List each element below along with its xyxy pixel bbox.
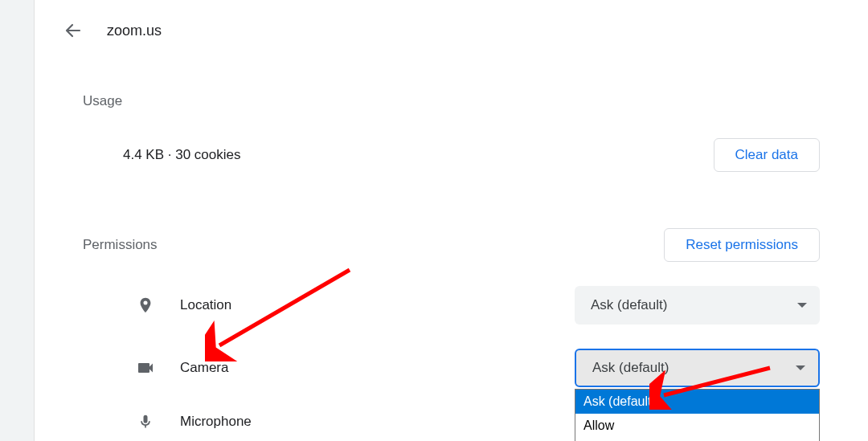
chevron-down-icon: [796, 365, 805, 370]
permission-row-location: Location Ask (default): [83, 286, 820, 325]
site-hostname: zoom.us: [107, 22, 162, 39]
page-gutter: [0, 0, 34, 441]
site-settings-panel: zoom.us Usage 4.4 KB · 30 cookies Clear …: [34, 0, 868, 441]
permission-name: Location: [180, 297, 231, 313]
camera-icon: [135, 357, 156, 378]
permission-select-location[interactable]: Ask (default): [575, 286, 820, 325]
clear-data-button[interactable]: Clear data: [714, 138, 820, 172]
chevron-down-icon: [797, 303, 807, 308]
permission-select-camera[interactable]: Ask (default): [575, 349, 820, 387]
back-button[interactable]: [59, 16, 88, 45]
dropdown-option-ask[interactable]: Ask (default): [575, 390, 819, 414]
permission-row-camera: Camera Ask (default) Ask (default) Allow…: [83, 349, 820, 387]
permissions-section-label: Permissions: [83, 237, 158, 253]
permission-name: Camera: [180, 360, 228, 376]
microphone-icon: [135, 411, 156, 432]
select-value: Ask (default): [591, 297, 667, 313]
permission-name: Microphone: [180, 414, 252, 430]
permission-dropdown-list: Ask (default) Allow Block: [575, 389, 820, 441]
location-icon: [135, 295, 156, 316]
usage-section-label: Usage: [83, 93, 868, 109]
arrow-left-icon: [63, 21, 83, 40]
reset-permissions-button[interactable]: Reset permissions: [664, 228, 820, 262]
dropdown-option-allow[interactable]: Allow: [575, 414, 819, 438]
usage-details: 4.4 KB · 30 cookies: [123, 147, 240, 163]
select-value: Ask (default): [592, 360, 669, 376]
